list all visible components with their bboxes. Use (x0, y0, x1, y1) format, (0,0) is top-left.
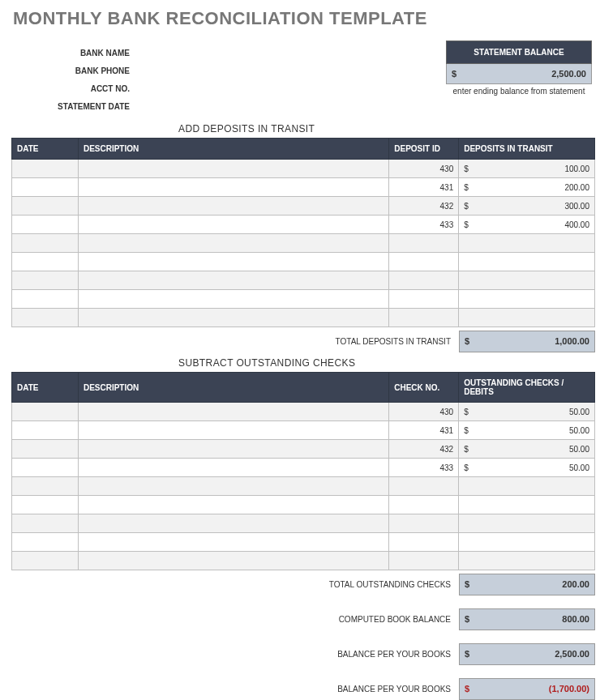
cell-date[interactable] (12, 440, 79, 459)
currency-symbol: $ (464, 183, 474, 192)
cell-id[interactable] (389, 552, 459, 570)
cell-date[interactable] (12, 309, 79, 327)
cell-description[interactable] (78, 496, 388, 514)
cell-amount[interactable]: $50.00 (459, 440, 595, 459)
cell-id[interactable]: 433 (389, 216, 459, 234)
cell-description[interactable] (78, 309, 388, 327)
cell-id[interactable]: 433 (389, 459, 459, 477)
cell-date[interactable] (12, 496, 79, 514)
cell-description[interactable] (78, 160, 388, 178)
cell-id[interactable]: 431 (389, 421, 459, 440)
currency-symbol: $ (465, 579, 474, 590)
cell-id[interactable]: 432 (389, 197, 459, 216)
cell-id[interactable] (389, 496, 459, 514)
table-row (12, 514, 595, 533)
cell-date[interactable] (12, 253, 79, 271)
cell-amount[interactable] (459, 552, 595, 570)
currency-symbol: $ (465, 614, 474, 625)
cell-amount[interactable] (459, 533, 595, 552)
cell-amount[interactable]: $50.00 (459, 459, 595, 477)
cell-id[interactable] (389, 533, 459, 552)
cell-description[interactable] (78, 477, 388, 496)
cell-id[interactable]: 430 (389, 403, 459, 421)
cell-description[interactable] (78, 290, 388, 309)
cell-amount[interactable]: $200.00 (459, 178, 595, 197)
cell-description[interactable] (78, 421, 388, 440)
cell-amount[interactable] (459, 290, 595, 309)
cell-amount[interactable] (459, 477, 595, 496)
cell-date[interactable] (12, 552, 79, 570)
amount-value: 50.00 (474, 445, 589, 454)
cell-date[interactable] (12, 271, 79, 290)
statement-hint: enter ending balance from statement (446, 87, 592, 96)
currency-symbol: $ (464, 426, 474, 435)
cell-date[interactable] (12, 514, 79, 533)
cell-description[interactable] (78, 234, 388, 253)
cell-description[interactable] (78, 216, 388, 234)
cell-date[interactable] (12, 178, 79, 197)
page-title: MONTHLY BANK RECONCILIATION TEMPLATE (13, 8, 592, 29)
cell-description[interactable] (78, 253, 388, 271)
table-row (12, 552, 595, 570)
cell-id[interactable] (389, 477, 459, 496)
cell-description[interactable] (78, 514, 388, 533)
column-header: DESCRIPTION (78, 139, 388, 160)
cell-amount[interactable] (459, 271, 595, 290)
cell-amount[interactable]: $300.00 (459, 197, 595, 216)
cell-description[interactable] (78, 552, 388, 570)
cell-id[interactable] (389, 290, 459, 309)
cell-id[interactable] (389, 309, 459, 327)
column-header: DESCRIPTION (78, 373, 388, 403)
cell-date[interactable] (12, 234, 79, 253)
cell-amount[interactable] (459, 514, 595, 533)
summary-value-box: $800.00 (459, 608, 595, 630)
cell-id[interactable]: 431 (389, 178, 459, 197)
cell-description[interactable] (78, 533, 388, 552)
table-row (12, 309, 595, 327)
statement-balance-header: STATEMENT BALANCE (446, 41, 592, 64)
cell-description[interactable] (78, 440, 388, 459)
cell-id[interactable] (389, 253, 459, 271)
cell-description[interactable] (78, 403, 388, 421)
column-header: CHECK NO. (389, 373, 459, 403)
currency-symbol: $ (464, 202, 474, 211)
cell-id[interactable] (389, 514, 459, 533)
info-label: ACCT NO. (8, 81, 130, 99)
table-row: 433$50.00 (12, 459, 595, 477)
cell-id[interactable]: 430 (389, 160, 459, 178)
amount-value: 50.00 (474, 408, 589, 416)
cell-date[interactable] (12, 197, 79, 216)
cell-description[interactable] (78, 271, 388, 290)
table-row: 430$100.00 (12, 160, 595, 178)
cell-date[interactable] (12, 421, 79, 440)
cell-description[interactable] (78, 197, 388, 216)
amount-value: 50.00 (474, 463, 589, 472)
cell-date[interactable] (12, 459, 79, 477)
cell-amount[interactable]: $50.00 (459, 421, 595, 440)
cell-date[interactable] (12, 290, 79, 309)
cell-amount[interactable] (459, 496, 595, 514)
cell-date[interactable] (12, 403, 79, 421)
cell-amount[interactable] (459, 234, 595, 253)
summary-value: 2,500.00 (474, 649, 589, 659)
cell-id[interactable] (389, 234, 459, 253)
checks-total-label: TOTAL OUTSTANDING CHECKS (8, 574, 459, 595)
cell-id[interactable]: 432 (389, 440, 459, 459)
cell-amount[interactable] (459, 309, 595, 327)
cell-id[interactable] (389, 271, 459, 290)
cell-amount[interactable]: $400.00 (459, 216, 595, 234)
summary-value-box: $(1,700.00) (459, 678, 595, 700)
cell-date[interactable] (12, 160, 79, 178)
cell-amount[interactable] (459, 253, 595, 271)
cell-amount[interactable]: $50.00 (459, 403, 595, 421)
cell-description[interactable] (78, 178, 388, 197)
cell-date[interactable] (12, 477, 79, 496)
summary-value-box: $2,500.00 (459, 643, 595, 665)
table-row (12, 477, 595, 496)
cell-date[interactable] (12, 533, 79, 552)
cell-date[interactable] (12, 216, 79, 234)
deposits-total-label: TOTAL DEPOSITS IN TRANSIT (8, 331, 459, 352)
cell-amount[interactable]: $100.00 (459, 160, 595, 178)
summary-row: COMPUTED BOOK BALANCE$800.00 (8, 608, 595, 630)
cell-description[interactable] (78, 459, 388, 477)
